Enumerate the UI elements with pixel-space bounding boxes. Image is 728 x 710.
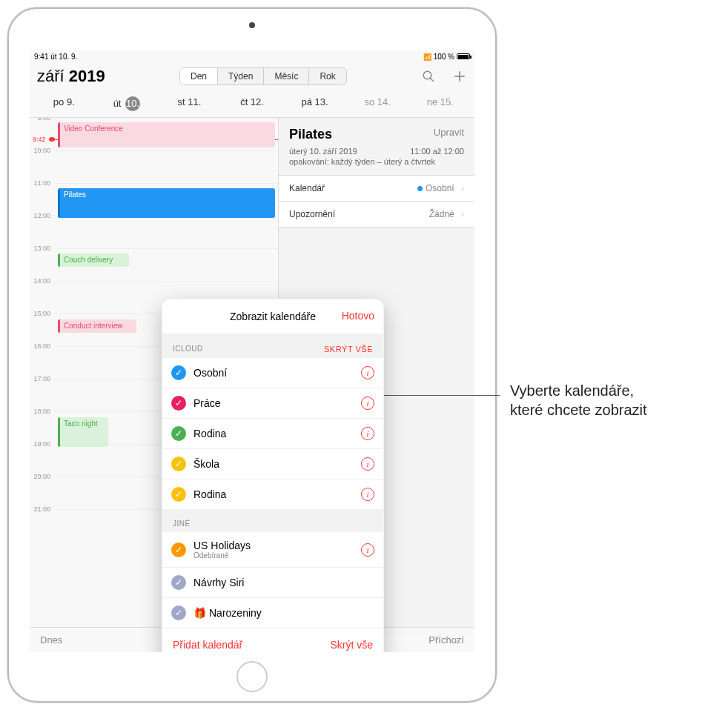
info-icon[interactable]: i bbox=[361, 488, 374, 501]
hour-label: 9:00 bbox=[30, 118, 55, 122]
section-name: ICLOUD bbox=[173, 345, 203, 354]
view-tab-den[interactable]: Den bbox=[180, 68, 218, 84]
calendar-item[interactable]: ✓US HolidaysOdebíranéi bbox=[162, 532, 383, 568]
calendar-item[interactable]: ✓Rodinai bbox=[162, 480, 383, 509]
add-calendar-button[interactable]: Přidat kalendář bbox=[173, 639, 242, 651]
calendar-item[interactable]: ✓🎁Narozeniny bbox=[162, 598, 383, 628]
view-tab-měsíc[interactable]: Měsíc bbox=[264, 68, 309, 84]
popover-title: Zobrazit kalendáře bbox=[230, 311, 316, 322]
calendar-label: Práce bbox=[193, 397, 221, 409]
tab-today[interactable]: Dnes bbox=[40, 634, 62, 646]
hour-label: 15:00 bbox=[30, 310, 55, 317]
screen: 9:41 út 10. 9. 100 % září 2019 DenTýdenM… bbox=[30, 50, 474, 652]
calendar-label: 🎁Narozeniny bbox=[193, 607, 262, 619]
info-icon[interactable]: i bbox=[361, 366, 374, 379]
page-title[interactable]: září 2019 bbox=[37, 67, 105, 86]
detail-row[interactable]: UpozorněníŽádné › bbox=[279, 202, 474, 228]
view-segmented-control[interactable]: DenTýdenMěsícRok bbox=[179, 67, 347, 85]
calendar-check-icon[interactable]: ✓ bbox=[171, 457, 186, 471]
detail-repeat: opakování: každý týden – úterý a čtvrtek bbox=[289, 157, 464, 166]
battery-percent: 100 % bbox=[434, 53, 454, 61]
weekday[interactable]: pá 13. bbox=[283, 96, 346, 111]
weekday[interactable]: út 10. bbox=[96, 96, 159, 111]
done-button[interactable]: Hotovo bbox=[342, 310, 374, 322]
calendar-check-icon[interactable]: ✓ bbox=[171, 365, 186, 380]
search-icon[interactable] bbox=[421, 69, 436, 84]
calendar-check-icon[interactable]: ✓ bbox=[171, 575, 186, 590]
detail-row[interactable]: KalendářOsobní › bbox=[279, 176, 474, 202]
info-icon[interactable]: i bbox=[361, 397, 374, 410]
hour-label: 20:00 bbox=[30, 473, 55, 480]
detail-date: úterý 10. září 2019 bbox=[289, 147, 357, 156]
info-icon[interactable]: i bbox=[361, 543, 374, 557]
calendar-label: Osobní bbox=[193, 367, 227, 379]
svg-point-0 bbox=[423, 71, 431, 79]
hour-label: 21:00 bbox=[30, 505, 55, 513]
week-day-strip: po 9.út 10.st 11.čt 12.pá 13.so 14.ne 15… bbox=[30, 92, 474, 118]
info-icon[interactable]: i bbox=[361, 427, 374, 440]
calendar-check-icon[interactable]: ✓ bbox=[171, 487, 186, 502]
weekday[interactable]: so 14. bbox=[346, 96, 409, 111]
camera-dot bbox=[249, 22, 255, 28]
svg-line-1 bbox=[430, 78, 434, 82]
detail-time: 11:00 až 12:00 bbox=[410, 147, 464, 156]
calendar-item[interactable]: ✓Prácei bbox=[162, 388, 383, 419]
callout-line bbox=[381, 395, 500, 396]
weekday[interactable]: čt 12. bbox=[221, 96, 284, 111]
calendar-check-icon[interactable]: ✓ bbox=[171, 543, 186, 557]
timeline-event[interactable]: Taco night bbox=[58, 417, 108, 447]
hour-label: 14:00 bbox=[30, 277, 55, 285]
battery-icon bbox=[457, 53, 470, 59]
info-icon[interactable]: i bbox=[361, 457, 374, 471]
calendar-check-icon[interactable]: ✓ bbox=[171, 606, 186, 620]
weekday[interactable]: ne 15. bbox=[408, 96, 471, 111]
edit-button[interactable]: Upravit bbox=[434, 127, 464, 138]
status-time: 9:41 bbox=[34, 53, 48, 61]
calendar-item[interactable]: ✓Rodinai bbox=[162, 419, 383, 449]
hour-label: 11:00 bbox=[30, 179, 55, 187]
status-date: út 10. 9. bbox=[50, 53, 77, 61]
add-event-icon[interactable] bbox=[452, 69, 467, 84]
detail-title: Pilates bbox=[289, 127, 332, 142]
callout-text: Vyberte kalendáře, které chcete zobrazit bbox=[510, 381, 647, 419]
calendar-check-icon[interactable]: ✓ bbox=[171, 396, 186, 411]
calendar-item[interactable]: ✓Školai bbox=[162, 449, 383, 480]
hour-label: 12:00 bbox=[30, 212, 55, 219]
gift-icon: 🎁 bbox=[193, 607, 206, 619]
home-button[interactable] bbox=[236, 661, 268, 692]
calendar-label: US Holidays bbox=[193, 540, 251, 551]
hour-label: 10:00 bbox=[30, 147, 55, 154]
calendar-label: Návrhy Siri bbox=[193, 577, 244, 588]
ipad-frame: 9:41 út 10. 9. 100 % září 2019 DenTýdenM… bbox=[7, 7, 497, 703]
weekday[interactable]: st 11. bbox=[158, 96, 221, 111]
hour-label: 16:00 bbox=[30, 342, 55, 350]
hide-all-button[interactable]: Skrýt vše bbox=[330, 639, 373, 651]
section-hide-all[interactable]: SKRÝT VŠE bbox=[324, 345, 373, 354]
weekday[interactable]: po 9. bbox=[33, 96, 96, 111]
tab-inbox[interactable]: Příchozí bbox=[428, 634, 464, 646]
hour-label: 17:00 bbox=[30, 375, 55, 382]
section-name: JINÉ bbox=[173, 520, 191, 528]
calendars-popover: Zobrazit kalendáře Hotovo ICLOUDSKRÝT VŠ… bbox=[162, 299, 384, 652]
calendar-item[interactable]: ✓Návrhy Siri bbox=[162, 568, 383, 598]
calendar-label: Rodina bbox=[193, 488, 226, 500]
hour-label: 13:00 bbox=[30, 245, 55, 252]
calendar-label: Škola bbox=[193, 458, 219, 470]
timeline-event[interactable]: Couch delivery bbox=[58, 253, 129, 267]
timeline-event[interactable]: Pilates bbox=[58, 188, 275, 218]
calendar-item[interactable]: ✓Osobníi bbox=[162, 358, 383, 388]
calendar-check-icon[interactable]: ✓ bbox=[171, 426, 186, 441]
timeline-event[interactable]: Conduct interview bbox=[58, 319, 136, 333]
status-bar: 9:41 út 10. 9. 100 % bbox=[30, 50, 474, 62]
header: září 2019 DenTýdenMěsícRok bbox=[30, 62, 474, 92]
hour-label: 18:00 bbox=[30, 408, 55, 415]
hour-label: 19:00 bbox=[30, 440, 55, 448]
wifi-icon bbox=[423, 53, 431, 61]
view-tab-rok[interactable]: Rok bbox=[309, 68, 345, 84]
timeline-event[interactable]: Video Conference bbox=[58, 122, 275, 147]
view-tab-týden[interactable]: Týden bbox=[218, 68, 264, 84]
calendar-label: Rodina bbox=[193, 428, 226, 439]
